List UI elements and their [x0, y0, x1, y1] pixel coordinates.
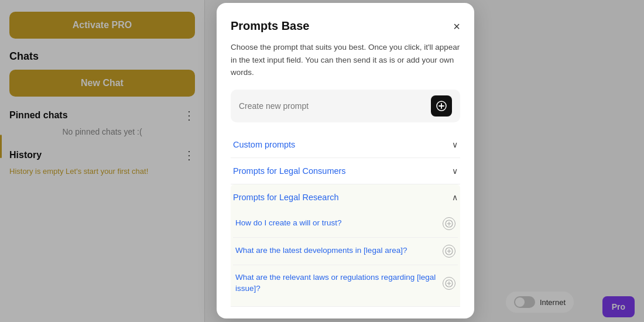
prompt-add-icon-1[interactable]	[443, 217, 455, 230]
prompts-modal: Prompts Base × Choose the prompt that su…	[217, 3, 474, 318]
create-prompt-row	[231, 90, 460, 122]
modal-header: Prompts Base ×	[231, 19, 460, 33]
circle-plus-icon-2	[445, 247, 453, 255]
accordion-legal-research-label: Prompts for Legal Research	[233, 193, 339, 202]
plus-icon	[436, 101, 447, 111]
circle-plus-icon-3	[445, 279, 453, 287]
prompt-text-2: What are the latest developments in [leg…	[235, 245, 443, 256]
accordion-legal-consumers-label: Prompts for Legal Consumers	[233, 166, 346, 176]
modal-description: Choose the prompt that suits you best. O…	[231, 41, 460, 79]
accordion-legal-research-header[interactable]: Prompts for Legal Research ∧	[231, 184, 460, 210]
prompt-item: How do I create a will or trust?	[233, 210, 458, 238]
accordion-custom-prompts: Custom prompts ∨	[231, 132, 460, 158]
accordion-legal-consumers: Prompts for Legal Consumers ∨	[231, 158, 460, 184]
create-prompt-input[interactable]	[239, 101, 425, 111]
prompt-item-2: What are the latest developments in [leg…	[233, 238, 458, 265]
chevron-down-icon-2: ∨	[452, 166, 458, 176]
close-modal-button[interactable]: ×	[453, 20, 460, 32]
accordion-custom-prompts-label: Custom prompts	[233, 140, 295, 149]
modal-title: Prompts Base	[231, 19, 310, 33]
prompt-item-3: What are the relevant laws or regulation…	[233, 265, 458, 302]
accordion-legal-research: Prompts for Legal Research ∧ How do I cr…	[231, 184, 460, 307]
prompt-text-1: How do I create a will or trust?	[235, 218, 443, 229]
accordion-custom-prompts-header[interactable]: Custom prompts ∨	[231, 132, 460, 157]
add-prompt-button[interactable]	[431, 95, 452, 117]
chevron-up-icon: ∧	[452, 193, 458, 202]
chevron-down-icon: ∨	[452, 140, 458, 149]
prompt-add-icon-3[interactable]	[443, 277, 455, 290]
accordion-legal-consumers-header[interactable]: Prompts for Legal Consumers ∨	[231, 158, 460, 184]
prompt-add-icon-2[interactable]	[443, 245, 455, 258]
prompt-text-3: What are the relevant laws or regulation…	[235, 272, 443, 294]
circle-plus-icon	[445, 220, 453, 228]
accordion-legal-research-content: How do I create a will or trust? What ar…	[231, 210, 460, 306]
